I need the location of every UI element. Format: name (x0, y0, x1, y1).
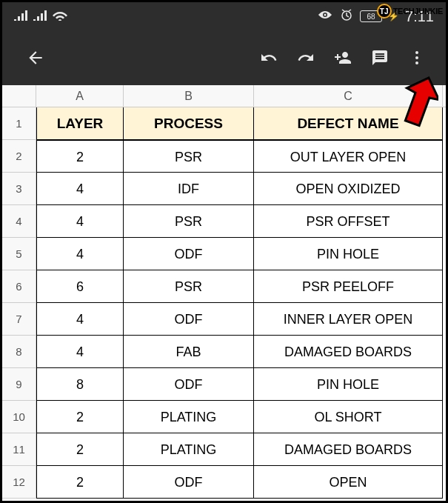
row-header[interactable]: 2 (2, 140, 36, 173)
cell-defect[interactable]: PSR PEELOFF (254, 270, 443, 303)
row-header[interactable]: 8 (2, 336, 36, 368)
svg-point-4 (415, 61, 418, 64)
alarm-icon (339, 7, 354, 26)
cell-layer[interactable]: 2 (36, 433, 124, 466)
cell-layer[interactable]: 6 (36, 270, 124, 303)
cell-process[interactable]: PSR (124, 140, 254, 173)
cell-layer[interactable]: 4 (36, 173, 124, 205)
svg-point-3 (415, 56, 418, 59)
column-headers-row: A B C (2, 85, 446, 107)
cell-process[interactable]: PLATING (124, 433, 254, 466)
cell-defect[interactable]: OL SHORT (254, 401, 443, 433)
header-cell-process[interactable]: PROCESS (124, 107, 254, 140)
cell-defect[interactable]: DAMAGED BOARDS (254, 336, 443, 368)
column-header-c[interactable]: C (254, 85, 443, 107)
row-header[interactable]: 11 (2, 433, 36, 466)
cell-process[interactable]: ODF (124, 466, 254, 499)
header-cell-defect[interactable]: DEFECT NAME (254, 107, 443, 140)
table-row: 1 LAYER PROCESS DEFECT NAME (2, 107, 446, 140)
table-row: 66PSRPSR PEELOFF (2, 270, 446, 303)
row-header[interactable]: 3 (2, 173, 36, 205)
row-header[interactable]: 1 (2, 107, 36, 140)
row-header[interactable]: 5 (2, 238, 36, 270)
cell-layer[interactable]: 4 (36, 205, 124, 238)
cell-defect[interactable]: PIN HOLE (254, 368, 443, 401)
table-row: 98ODFPIN HOLE (2, 368, 446, 401)
table-row: 84FABDAMAGED BOARDS (2, 336, 446, 368)
table-row: 22PSROUT LAYER OPEN (2, 140, 446, 173)
cell-layer[interactable]: 4 (36, 336, 124, 368)
cell-process[interactable]: ODF (124, 303, 254, 336)
cell-process[interactable]: FAB (124, 336, 254, 368)
cell-process[interactable]: ODF (124, 368, 254, 401)
cell-defect[interactable]: OPEN (254, 466, 443, 499)
cell-defect[interactable]: PIN HOLE (254, 238, 443, 270)
cell-layer[interactable]: 2 (36, 466, 124, 499)
cell-process[interactable]: PSR (124, 205, 254, 238)
row-header[interactable]: 10 (2, 401, 36, 433)
table-row: 44PSRPSR OFFSET (2, 205, 446, 238)
cell-layer[interactable]: 2 (36, 401, 124, 433)
cell-process[interactable]: IDF (124, 173, 254, 205)
eye-icon (317, 9, 333, 24)
row-header[interactable]: 12 (2, 466, 36, 499)
cell-layer[interactable]: 2 (36, 140, 124, 173)
comment-button[interactable] (361, 39, 398, 76)
watermark-text: TECHJUNKIE (393, 7, 443, 16)
corner-cell[interactable] (2, 85, 36, 107)
row-header[interactable]: 7 (2, 303, 36, 336)
row-header[interactable]: 9 (2, 368, 36, 401)
app-toolbar (2, 30, 446, 85)
more-menu-button[interactable] (398, 39, 435, 76)
cell-defect[interactable]: PSR OFFSET (254, 205, 443, 238)
spreadsheet[interactable]: A B C 1 LAYER PROCESS DEFECT NAME 22PSRO… (2, 85, 446, 499)
table-row: 74ODFINNER LAYER OPEN (2, 303, 446, 336)
table-row: 112PLATINGDAMAGED BOARDS (2, 433, 446, 466)
svg-point-0 (324, 13, 327, 16)
watermark-logo: TJ (377, 4, 392, 19)
redo-button[interactable] (287, 39, 324, 76)
table-row: 34IDFOPEN OXIDIZED (2, 173, 446, 205)
header-cell-layer[interactable]: LAYER (36, 107, 124, 140)
cell-defect[interactable]: OPEN OXIDIZED (254, 173, 443, 205)
column-header-b[interactable]: B (124, 85, 254, 107)
cell-defect[interactable]: DAMAGED BOARDS (254, 433, 443, 466)
cell-layer[interactable]: 4 (36, 303, 124, 336)
back-button[interactable] (17, 39, 54, 76)
cell-defect[interactable]: OUT LAYER OPEN (254, 140, 443, 173)
svg-point-2 (415, 51, 418, 54)
cell-defect[interactable]: INNER LAYER OPEN (254, 303, 443, 336)
cell-layer[interactable]: 4 (36, 238, 124, 270)
cell-process[interactable]: PLATING (124, 401, 254, 433)
row-header[interactable]: 6 (2, 270, 36, 303)
cell-process[interactable]: ODF (124, 238, 254, 270)
add-person-button[interactable] (324, 39, 361, 76)
signal-icon-2 (33, 9, 47, 24)
cell-layer[interactable]: 8 (36, 368, 124, 401)
row-header[interactable]: 4 (2, 205, 36, 238)
signal-icon (14, 9, 27, 24)
table-row: 54ODFPIN HOLE (2, 238, 446, 270)
column-header-a[interactable]: A (36, 85, 124, 107)
undo-button[interactable] (250, 39, 287, 76)
watermark: TJ TECHJUNKIE (377, 4, 443, 19)
cell-process[interactable]: PSR (124, 270, 254, 303)
table-row: 122ODFOPEN (2, 466, 446, 499)
table-row: 102PLATINGOL SHORT (2, 401, 446, 433)
wifi-icon (53, 9, 67, 24)
